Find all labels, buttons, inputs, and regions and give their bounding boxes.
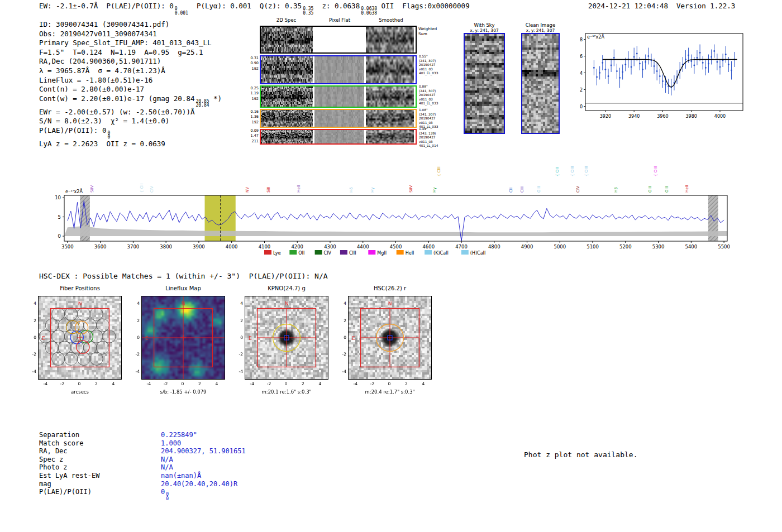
emission-line-label: OIII <box>537 186 541 193</box>
cutout-canvas <box>39 296 121 379</box>
legend-label: CIV <box>324 251 332 256</box>
info-line: Cont(n) = 2.80(±0.00)e-17 <box>39 85 222 94</box>
match-table-row: Est LyA rest-EWnan(±nan)Å <box>39 472 246 480</box>
info-line: F=1.5" T=0.124 N=1.19 A=0.95 g=25.1 <box>39 48 222 57</box>
text-segment: *) <box>209 94 222 103</box>
text-segment: N/A <box>161 463 173 471</box>
strip-weights-label: 0.09 1.47 211 <box>240 128 259 144</box>
stacked-sup-sub: 00.001 <box>175 7 188 15</box>
fiber-2d-strip <box>260 85 417 108</box>
text-segment: 0 <box>161 488 165 496</box>
strip-fiber-annotation: 0.88" (241, 307) 20190427 v011_03 401_LL… <box>419 85 438 106</box>
data-point <box>711 56 712 58</box>
cutout-xtick: 2 <box>297 381 308 386</box>
clean-image-title: Clean Image <box>519 22 562 28</box>
y-tick-label: 5 <box>58 214 61 220</box>
cutout-ytick: 2 <box>131 318 140 323</box>
emission-line-label: SiIV <box>409 185 413 193</box>
cutout-ytick: -4 <box>27 369 36 374</box>
cutout-ytick: -4 <box>337 369 346 374</box>
error-band <box>64 226 727 236</box>
strip-fiber-annotation: 0.55" (241, 307) 20190427 v011_03 401_LL… <box>419 55 438 76</box>
legend-label: CIII <box>349 251 356 256</box>
match-row-label: RA, Dec <box>39 447 161 456</box>
data-point <box>731 70 732 71</box>
cutout-panel <box>38 296 122 380</box>
stacked-sup-sub: 00 <box>107 131 110 140</box>
info-line: ID: 3090074341 (3090074341.pdf) <box>39 20 222 30</box>
match-row-value: 0.225849" <box>161 431 197 439</box>
cutout-ytick: -2 <box>234 352 243 357</box>
emission-line-label: Hγ <box>370 188 375 193</box>
cutout-title-fiber-positions: Fiber Positions <box>38 285 122 291</box>
emission-line-label: CII <box>509 188 513 193</box>
data-point <box>602 62 603 64</box>
emission-line-label: SiII <box>266 186 271 193</box>
cutout-title-hsc-r: HSC(26.2) r <box>348 285 432 291</box>
emission-line-label: CIII <box>520 186 524 193</box>
info-line: EWr = -2.00(±0.57) (w: -2.50(±0.70))Å <box>39 108 222 117</box>
x-tick-label: 4900 <box>521 244 533 250</box>
data-point <box>608 75 609 77</box>
x-tick-label: 4400 <box>357 244 369 250</box>
photz-note: Phot z plot not available. <box>524 450 638 459</box>
cutout-xlabel-arcsecs: arcsecs <box>38 389 122 395</box>
emission-line-label: CIV <box>150 186 154 193</box>
match-table-row: Separation0.225849" <box>39 431 246 439</box>
text-segment: OII Flags:0x00000009 <box>377 2 470 10</box>
with-sky-xy: x, y: 241, 307 <box>462 28 506 33</box>
text-segment: P(LAE)/P(OII): 0 <box>39 126 106 135</box>
legend-label: (K)CaII <box>433 251 449 256</box>
strip-weights-label: 0.16 1.36 192 <box>240 109 259 125</box>
info-line: LyA z = 2.2623 OII z = 0.0639 <box>39 140 222 149</box>
fiber-2d-strip <box>260 129 417 145</box>
data-point <box>662 80 664 82</box>
cutout-ytick: 4 <box>337 301 346 306</box>
text-segment: ID: 3090074341 (3090074341.pdf) <box>39 20 169 28</box>
data-point <box>665 84 666 85</box>
emission-line-label: { OIII <box>570 166 575 176</box>
emission-line-label: Hβ <box>614 187 618 193</box>
smoothed-image <box>366 56 414 83</box>
match-table-row: Spec zN/A <box>39 456 246 464</box>
data-point <box>693 65 695 66</box>
text-segment: λ = 3965.87Å σ = 4.70(±1.23)Å <box>39 66 165 75</box>
legend-swatch <box>397 250 404 255</box>
y-tick-label: 8 <box>580 37 583 42</box>
sub: 0 <box>107 135 110 140</box>
text-segment: RA,Dec (204.900360,51.901711) <box>39 57 161 65</box>
emission-line-label: { OII <box>555 167 560 176</box>
text-segment: 0.225849" <box>161 431 197 439</box>
x-tick-label: 4200 <box>291 244 303 250</box>
text-segment: 1.000 <box>161 439 181 447</box>
data-point <box>633 56 635 58</box>
data-point <box>593 67 595 69</box>
emission-line-label: HeII <box>297 185 301 193</box>
emission-line-label: OIII <box>665 186 669 193</box>
emission-line-label: NV <box>245 187 250 193</box>
header-summary: EW: -2.1±-0.7Å P(LAE)/P(OII): 000.001 P(… <box>39 2 470 15</box>
data-point <box>604 69 606 70</box>
with-sky-panel <box>464 33 505 134</box>
match-row-value: 20.40(20.40,20.40)R <box>161 480 237 488</box>
data-point <box>647 55 649 57</box>
y-tick-label: 2 <box>580 88 583 93</box>
cutout-xtick: -2 <box>367 381 378 386</box>
text-segment: LyA z = 2.2623 OII z = 0.0639 <box>39 140 165 148</box>
col-title-pixelflat: Pixel Flat <box>314 17 365 23</box>
detection-info-block: ID: 3090074341 (3090074341.pdf)Obs: 2019… <box>39 20 222 149</box>
data-point <box>656 70 658 72</box>
x-tick-label: 5100 <box>586 244 599 250</box>
x-tick-label: 3920 <box>600 114 611 119</box>
data-point <box>659 75 661 77</box>
elixer-report-page: EW: -2.1±-0.7Å P(LAE)/P(OII): 000.001 P(… <box>0 0 782 532</box>
cutout-ytick: 2 <box>27 318 36 323</box>
text-segment: F=1.5" T=0.124 N=1.19 A=0.95 g=25.1 <box>39 48 203 56</box>
emission-line-label: { OIII <box>584 166 589 176</box>
data-point <box>708 63 709 65</box>
match-details-table: Separation0.225849"Match score1.000RA, D… <box>39 431 246 501</box>
cutout-ytick: 0 <box>27 335 36 340</box>
x-tick-label: 3800 <box>160 244 172 250</box>
text-segment: Cont(n) = 2.80(±0.00)e-17 <box>39 85 144 93</box>
cutout-xtick: -2 <box>57 381 68 386</box>
